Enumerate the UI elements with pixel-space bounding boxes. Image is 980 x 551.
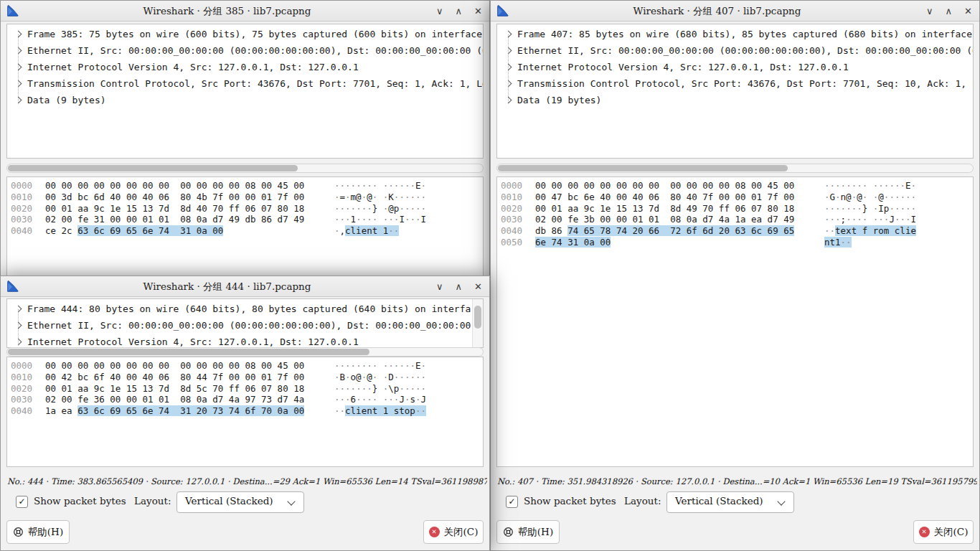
show-packet-bytes-checkbox[interactable]: ✓ (16, 496, 28, 508)
hex-bytes[interactable]: 00 00 00 00 00 00 00 00 00 00 00 00 08 0… (45, 360, 304, 372)
tree-row[interactable]: Transmission Control Protocol, Src Port:… (497, 75, 973, 92)
ascii-bytes[interactable]: ········ ······E· (824, 180, 916, 192)
expander-icon[interactable] (15, 97, 22, 104)
close-button[interactable]: ✕ 关闭(C) (913, 520, 974, 544)
hex-row[interactable]: 0040db 86 74 65 78 74 20 66 72 6f 6d 20 … (501, 225, 973, 237)
hex-dump-pane[interactable]: 000000 00 00 00 00 00 00 00 00 00 00 00 … (6, 357, 484, 467)
help-button[interactable]: 帮助(H) (496, 520, 560, 544)
scrollbar-thumb[interactable] (474, 306, 481, 329)
tree-row[interactable]: Ethernet II, Src: 00:00:00_00:00:00 (00:… (497, 42, 973, 59)
horizontal-scrollbar[interactable] (6, 347, 484, 357)
help-button[interactable]: 帮助(H) (6, 520, 70, 544)
hex-dump-pane[interactable]: 000000 00 00 00 00 00 00 00 00 00 00 00 … (6, 176, 484, 276)
hex-bytes[interactable]: 00 01 aa 9c 1e 15 13 7d 8d 40 70 ff 06 0… (45, 203, 304, 215)
hex-row[interactable]: 00506e 74 31 0a 00nt1·· (501, 237, 973, 248)
hex-bytes[interactable]: ce 2c 63 6c 69 65 6e 74 31 0a 00 (45, 225, 223, 237)
expander-icon[interactable] (505, 80, 512, 88)
ascii-bytes[interactable]: ·······} ·\p····· (334, 383, 426, 395)
ascii-bytes[interactable]: ········ ······E· (334, 180, 426, 192)
tree-row[interactable]: Internet Protocol Version 4, Src: 127.0.… (7, 334, 483, 348)
close-button[interactable]: ✕ 关闭(C) (423, 520, 484, 544)
ascii-bytes[interactable]: ··text f rom clie (824, 225, 916, 237)
hex-bytes[interactable]: 02 00 fe 36 00 00 01 01 08 0a d7 4a 97 7… (45, 394, 304, 405)
hex-row[interactable]: 000000 00 00 00 00 00 00 00 00 00 00 00 … (11, 360, 483, 372)
hex-bytes[interactable]: 00 00 00 00 00 00 00 00 00 00 00 00 08 0… (45, 180, 304, 192)
expander-icon[interactable] (15, 47, 22, 55)
hex-bytes[interactable]: 00 47 bc 6e 40 00 40 06 80 40 7f 00 00 0… (535, 192, 794, 203)
packet-detail-tree[interactable]: Frame 444: 80 bytes on wire (640 bits), … (6, 298, 484, 348)
hex-bytes[interactable]: db 86 74 65 78 74 20 66 72 6f 6d 20 63 6… (535, 225, 794, 237)
scrollbar-thumb[interactable] (498, 165, 788, 171)
tree-row[interactable]: Frame 385: 75 bytes on wire (600 bits), … (7, 26, 483, 42)
hex-row[interactable]: 002000 01 aa 9c 1e 15 13 7d 8d 40 70 ff … (11, 203, 483, 215)
vertical-scrollbar[interactable] (472, 299, 483, 347)
hex-row[interactable]: 00401a ea 63 6c 69 65 6e 74 31 20 73 74 … (11, 405, 483, 417)
hex-bytes[interactable]: 6e 74 31 0a 00 (535, 237, 611, 248)
expander-icon[interactable] (505, 64, 512, 71)
titlebar[interactable]: Wireshark · 分组 385 · lib7.pcapng ∨ ∧ ✕ (1, 1, 489, 22)
expander-icon[interactable] (15, 339, 22, 346)
ascii-bytes[interactable]: ···6···· ···J·s·J (334, 394, 426, 405)
horizontal-scrollbar[interactable] (496, 164, 974, 173)
packet-detail-tree[interactable]: Frame 385: 75 bytes on wire (600 bits), … (6, 24, 484, 159)
expander-icon[interactable] (15, 31, 22, 38)
packet-detail-tree[interactable]: Frame 407: 85 bytes on wire (680 bits), … (496, 24, 974, 159)
hex-row[interactable]: 003002 00 fe 31 00 00 01 01 08 0a d7 49 … (11, 214, 483, 225)
tree-row[interactable]: Data (19 bytes) (497, 92, 973, 108)
hex-row[interactable]: 003002 00 fe 3b 00 00 01 01 08 0a d7 4a … (501, 214, 973, 225)
show-packet-bytes-label[interactable]: Show packet bytes (34, 495, 126, 507)
ascii-bytes[interactable]: ···1···· ···I···I (334, 214, 426, 225)
maximize-icon[interactable]: ∧ (456, 281, 463, 292)
maximize-icon[interactable]: ∧ (946, 6, 953, 17)
hex-row[interactable]: 001000 47 bc 6e 40 00 40 06 80 40 7f 00 … (501, 192, 973, 203)
hex-bytes[interactable]: 02 00 fe 31 00 00 01 01 08 0a d7 49 db 8… (45, 214, 304, 225)
hex-row[interactable]: 000000 00 00 00 00 00 00 00 00 00 00 00 … (501, 180, 973, 192)
expander-icon[interactable] (15, 322, 22, 329)
close-icon[interactable]: ✕ (474, 281, 482, 292)
tree-row[interactable]: Internet Protocol Version 4, Src: 127.0.… (497, 59, 973, 75)
minimize-icon[interactable]: ∨ (926, 6, 933, 17)
titlebar[interactable]: Wireshark · 分组 407 · lib7.pcapng ∨ ∧ ✕ (491, 1, 979, 22)
tree-row[interactable]: Frame 444: 80 bytes on wire (640 bits), … (7, 301, 483, 317)
scrollbar-thumb[interactable] (8, 349, 369, 355)
close-icon[interactable]: ✕ (474, 6, 482, 17)
hex-dump-pane[interactable]: 000000 00 00 00 00 00 00 00 00 00 00 00 … (496, 176, 974, 467)
expander-icon[interactable] (505, 97, 512, 104)
hex-row[interactable]: 0040ce 2c 63 6c 69 65 6e 74 31 0a 00·,cl… (11, 225, 483, 237)
hex-row[interactable]: 002000 01 aa 9c 1e 15 13 7d 8d 5c 70 ff … (11, 383, 483, 395)
expander-icon[interactable] (15, 64, 22, 71)
hex-bytes[interactable]: 00 42 bc 6f 40 00 40 06 80 44 7f 00 00 0… (45, 372, 304, 383)
minimize-icon[interactable]: ∨ (436, 281, 443, 292)
ascii-bytes[interactable]: ···;···· ···J···I (824, 214, 916, 225)
hex-bytes[interactable]: 00 3d bc 6d 40 00 40 06 80 4b 7f 00 00 0… (45, 192, 304, 203)
ascii-bytes[interactable]: ··client 1 stop·· (334, 405, 426, 417)
tree-row[interactable]: Ethernet II, Src: 00:00:00_00:00:00 (00:… (7, 42, 483, 59)
titlebar[interactable]: Wireshark · 分组 444 · lib7.pcapng ∨ ∧ ✕ (1, 276, 489, 297)
tree-row[interactable]: Frame 407: 85 bytes on wire (680 bits), … (497, 26, 973, 42)
expander-icon[interactable] (15, 306, 22, 313)
hex-row[interactable]: 002000 01 aa 9c 1e 15 13 7d 8d 49 70 ff … (501, 203, 973, 215)
ascii-bytes[interactable]: nt1·· (824, 237, 852, 248)
show-packet-bytes-checkbox[interactable]: ✓ (506, 496, 518, 508)
hex-bytes[interactable]: 00 01 aa 9c 1e 15 13 7d 8d 49 70 ff 06 0… (535, 203, 794, 215)
expander-icon[interactable] (505, 47, 512, 55)
close-icon[interactable]: ✕ (964, 6, 972, 17)
hex-bytes[interactable]: 02 00 fe 3b 00 00 01 01 08 0a d7 4a 1a e… (535, 214, 794, 225)
tree-row[interactable]: Data (9 bytes) (7, 92, 483, 108)
layout-dropdown[interactable]: Vertical (Stacked) (176, 491, 304, 513)
show-packet-bytes-label[interactable]: Show packet bytes (524, 495, 616, 507)
hex-bytes[interactable]: 1a ea 63 6c 69 65 6e 74 31 20 73 74 6f 7… (45, 405, 304, 417)
ascii-bytes[interactable]: ·B·o@·@· ·D······ (334, 372, 426, 383)
scrollbar-thumb[interactable] (8, 165, 298, 171)
hex-row[interactable]: 001000 42 bc 6f 40 00 40 06 80 44 7f 00 … (11, 372, 483, 383)
hex-row[interactable]: 001000 3d bc 6d 40 00 40 06 80 4b 7f 00 … (11, 192, 483, 203)
ascii-bytes[interactable]: ········ ······E· (334, 360, 426, 372)
minimize-icon[interactable]: ∨ (436, 6, 443, 17)
hex-row[interactable]: 000000 00 00 00 00 00 00 00 00 00 00 00 … (11, 180, 483, 192)
hex-bytes[interactable]: 00 01 aa 9c 1e 15 13 7d 8d 5c 70 ff 06 0… (45, 383, 304, 395)
hex-bytes[interactable]: 00 00 00 00 00 00 00 00 00 00 00 00 08 0… (535, 180, 794, 192)
layout-dropdown[interactable]: Vertical (Stacked) (666, 491, 794, 513)
ascii-bytes[interactable]: ·,client 1·· (334, 225, 399, 237)
tree-row[interactable]: Ethernet II, Src: 00:00:00_00:00:00 (00:… (7, 317, 483, 334)
expander-icon[interactable] (505, 31, 512, 38)
